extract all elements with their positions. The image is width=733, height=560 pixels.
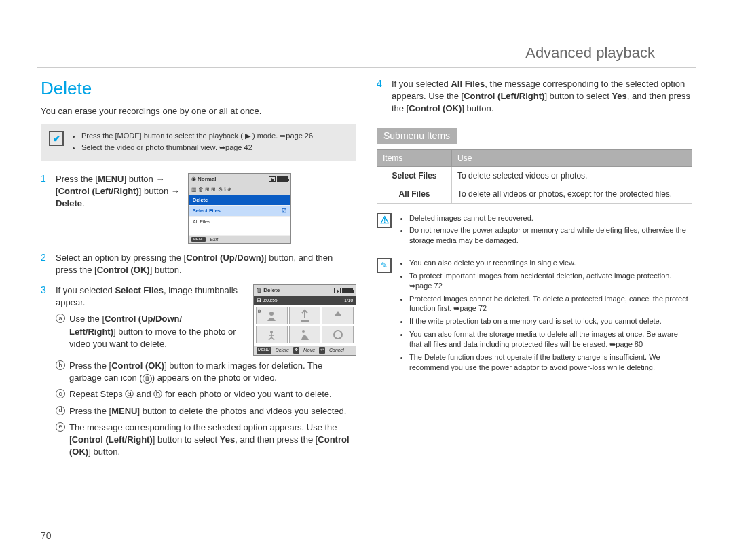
camera-screen-thumbnails: 🗑 Delete 🎞 0:00:55 1/10 🗑 — [253, 284, 356, 356]
menu-select-files: Select Files ☑ — [189, 206, 290, 217]
camera-screen-menu: ◉ Normal ▥ 🗑 ⊞ ⊞ ⚙ ℹ ⊕ Delete Select Fil… — [188, 173, 291, 244]
substep-text: Use the [Control (Up/Down/Left/Right)] b… — [69, 313, 245, 350]
thumbnail — [256, 326, 288, 343]
step-number: 1 — [41, 173, 50, 244]
cancel-label: Cancel — [329, 347, 344, 354]
table-header-use: Use — [452, 149, 692, 166]
exit-label: Exit — [210, 237, 218, 242]
check-small-icon: ☑ — [282, 208, 286, 214]
card-icon — [269, 176, 276, 182]
menu-key-label: MENU — [257, 347, 271, 354]
move-label: Move — [303, 347, 315, 354]
warning-icon: ⚠ — [377, 213, 392, 228]
time-label: 0:00:55 — [263, 298, 278, 303]
delete-label: Delete — [276, 347, 289, 354]
substep-d-marker: d — [56, 406, 65, 415]
thumbnail — [289, 326, 321, 343]
svg-point-3 — [334, 331, 342, 339]
substep-text: Press the [Control (OK)] button to mark … — [69, 360, 356, 384]
step-3: 3 If you selected Select Files, image th… — [41, 284, 356, 462]
step-number: 2 — [41, 252, 50, 276]
svg-point-2 — [302, 330, 305, 333]
substep-c-marker: c — [56, 389, 65, 398]
prereq-item: Select the video or photo thumbnail view… — [81, 143, 313, 153]
thumbnail: 🗑 — [256, 307, 288, 324]
intro-text: You can erase your recordings one by one… — [41, 106, 356, 116]
section-title: Delete — [41, 78, 356, 99]
card-icon — [334, 288, 341, 293]
check-icon: ✔ — [49, 131, 64, 146]
step-4: 4 If you selected All Files, the message… — [377, 78, 692, 115]
count-label: 1/10 — [344, 297, 353, 303]
arrow-icon: → — [155, 174, 164, 184]
warning-item: Deleted images cannot be recovered. — [409, 213, 692, 223]
step-number: 4 — [377, 78, 386, 115]
step-body: Press the [MENU] button → [Control (Left… — [56, 173, 180, 210]
step-body: Select an option by pressing the [Contro… — [56, 252, 356, 276]
note-icon: ✎ — [377, 258, 392, 273]
step-number: 3 — [41, 284, 50, 462]
warning-box: ⚠ Deleted images cannot be recovered. Do… — [377, 213, 692, 249]
trash-inline-icon: 🗑 — [143, 374, 152, 384]
step-2: 2 Select an option by pressing the [Cont… — [41, 252, 356, 276]
step-1: 1 Press the [MENU] button → [Control (Le… — [41, 173, 356, 244]
chapter-title: Advanced playback — [37, 0, 696, 68]
step-body: If you selected Select Files, image thum… — [56, 284, 356, 462]
table-header-items: Items — [377, 149, 452, 166]
svg-point-1 — [270, 331, 273, 333]
warning-item: Do not remove the power adaptor or memor… — [409, 225, 692, 246]
item-use: To delete all videos or photos, except f… — [452, 185, 692, 203]
tip-item: To protect important images from acciden… — [409, 271, 692, 291]
item-use: To delete selected videos or photos. — [452, 166, 692, 185]
prerequisite-box: ✔ Press the [MODE] button to select the … — [41, 124, 356, 161]
tip-item: The Delete function does not operate if … — [409, 352, 692, 373]
substep-a-marker: a — [56, 314, 65, 323]
menu-key-label: MENU — [191, 237, 206, 242]
table-row: All Files To delete all videos or photos… — [377, 185, 692, 203]
thumbnail — [322, 307, 354, 324]
item-name: Select Files — [377, 166, 452, 185]
step-body: If you selected All Files, the message c… — [392, 78, 692, 115]
substep-e-marker: e — [56, 422, 65, 432]
tip-item: Protected images cannot be deleted. To d… — [409, 294, 692, 314]
prereq-item: Press the [MODE] button to select the pl… — [81, 131, 313, 141]
item-name: All Files — [377, 185, 452, 203]
battery-icon — [342, 288, 353, 293]
tips-box: ✎ You can also delete your recordings in… — [377, 258, 692, 375]
tip-item: If the write protection tab on a memory … — [409, 316, 692, 326]
substep-text: Press the [MENU] button to delete the ph… — [69, 405, 346, 417]
tip-item: You can also format the storage media to… — [409, 329, 692, 350]
left-column: Delete You can erase your recordings one… — [41, 78, 356, 470]
substep-b-marker: b — [56, 360, 65, 370]
substep-text: The message corresponding to the selecte… — [69, 422, 356, 459]
page-number: 70 — [41, 530, 52, 541]
menu-all-files: All Files — [189, 217, 290, 227]
arrow-icon: → — [171, 186, 180, 196]
svg-point-0 — [269, 312, 274, 316]
submenu-items-heading: Submenu Items — [377, 128, 457, 144]
table-row: Select Files To delete selected videos o… — [377, 166, 692, 185]
thumbnail — [289, 307, 321, 324]
screen-title: Delete — [263, 287, 280, 293]
battery-icon — [277, 176, 288, 182]
right-column: 4 If you selected All Files, the message… — [377, 78, 692, 470]
screen-title: Normal — [198, 176, 217, 182]
submenu-table: Items Use Select Files To delete selecte… — [377, 149, 692, 204]
menu-delete-header: Delete — [189, 195, 290, 206]
substep-text: Repeat Steps ⓐ and ⓑ for each photo or v… — [69, 388, 332, 400]
tip-item: You can also delete your recordings in s… — [409, 258, 692, 268]
thumbnail — [322, 326, 354, 343]
